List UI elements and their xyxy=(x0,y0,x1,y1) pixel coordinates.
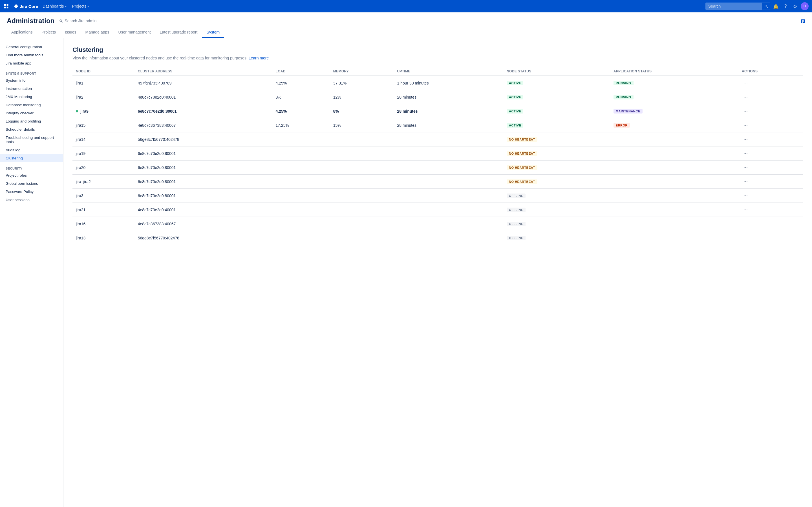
actions-menu-button[interactable]: ··· xyxy=(742,94,749,101)
sidebar-item-troubleshooting-and-support-tools[interactable]: Troubleshooting and support tools xyxy=(0,133,63,146)
actions-menu-button[interactable]: ··· xyxy=(742,164,749,171)
admin-search-placeholder: Search Jira admin xyxy=(64,18,96,23)
learn-more-link[interactable]: Learn more xyxy=(249,56,269,60)
cell-actions: ··· xyxy=(739,189,803,203)
col-application-status: Application status xyxy=(610,67,739,76)
sidebar-item-clustering[interactable]: Clustering xyxy=(0,154,63,162)
actions-menu-button[interactable]: ··· xyxy=(742,220,749,227)
cell-memory: 8% xyxy=(330,104,394,118)
sidebar-item-integrity-checker[interactable]: Integrity checker xyxy=(0,109,63,117)
tab-applications[interactable]: Applications xyxy=(7,27,37,38)
cell-cluster-address: 56ge8c7f56770:402478 xyxy=(135,231,272,245)
cell-app-status xyxy=(610,147,739,161)
cell-actions: ··· xyxy=(739,161,803,175)
actions-menu-button[interactable]: ··· xyxy=(742,150,749,157)
sidebar-item-scheduler-details[interactable]: Scheduler details xyxy=(0,125,63,133)
top-nav-links: Dashboards ▾ Projects ▾ xyxy=(40,3,91,10)
tab-issues[interactable]: Issues xyxy=(60,27,81,38)
cell-actions: ··· xyxy=(739,147,803,161)
sidebar-item-jmx-monitoring[interactable]: JMX Monitoring xyxy=(0,93,63,101)
dashboards-link[interactable]: Dashboards ▾ xyxy=(40,3,69,10)
table-row: jira196e8c7c70e2d0:80001NO HEARTBEAT··· xyxy=(72,147,803,161)
tab-projects[interactable]: Projects xyxy=(37,27,61,38)
settings-icon[interactable]: ⚙ xyxy=(791,2,799,10)
cell-memory xyxy=(330,203,394,217)
app-status-badge: ERROR xyxy=(613,123,630,128)
cell-uptime: 28 minutes xyxy=(394,118,503,132)
sidebar-item-find-more-admin-tools[interactable]: Find more admin tools xyxy=(0,51,63,59)
actions-menu-button[interactable]: ··· xyxy=(742,178,749,185)
cell-load xyxy=(272,132,330,147)
global-search-button[interactable] xyxy=(762,3,770,10)
help-icon[interactable]: ? xyxy=(781,2,790,10)
notifications-icon[interactable]: 🔔 xyxy=(772,2,780,10)
tab-latest-upgrade-report[interactable]: Latest upgrade report xyxy=(155,27,202,38)
cell-node-status: ACTIVE xyxy=(503,76,610,90)
cell-app-status xyxy=(610,161,739,175)
sidebar-item-general-configuration[interactable]: General configuration xyxy=(0,43,63,51)
actions-menu-button[interactable]: ··· xyxy=(742,108,749,115)
global-search-input[interactable] xyxy=(705,3,762,10)
sidebar-item-database-monitoring[interactable]: Database monitoring xyxy=(0,101,63,109)
cell-uptime xyxy=(394,175,503,189)
actions-menu-button[interactable]: ··· xyxy=(742,122,749,129)
cell-uptime: 28 minutes xyxy=(394,104,503,118)
col-node-id: Node ID xyxy=(72,67,135,76)
cell-uptime xyxy=(394,189,503,203)
sidebar-item-system-info[interactable]: System info xyxy=(0,76,63,84)
actions-menu-button[interactable]: ··· xyxy=(742,234,749,241)
admin-search[interactable]: Search Jira admin xyxy=(59,18,96,23)
sidebar-item-logging-and-profiling[interactable]: Logging and profiling xyxy=(0,117,63,125)
table-row: jira_jira26e8c7c70e2d0:80001NO HEARTBEAT… xyxy=(72,175,803,189)
sidebar-item-password-policy[interactable]: Password Policy xyxy=(0,187,63,196)
sidebar-item-project-roles[interactable]: Project roles xyxy=(0,171,63,179)
cell-node-status: OFFLINE xyxy=(503,217,610,231)
sidebar: General configuration Find more admin to… xyxy=(0,38,63,507)
cell-load: 17.25% xyxy=(272,118,330,132)
sidebar-item-user-sessions[interactable]: User sessions xyxy=(0,196,63,204)
cell-cluster-address: 4e8c7c70e2d0:40001 xyxy=(135,203,272,217)
table-row: jira1456ge8c7f56770:402478NO HEARTBEAT··… xyxy=(72,132,803,147)
cell-load xyxy=(272,161,330,175)
node-status-badge: ACTIVE xyxy=(507,123,523,128)
cell-actions: ··· xyxy=(739,231,803,245)
sidebar-item-global-permissions[interactable]: Global permissions xyxy=(0,179,63,187)
sidebar-item-audit-log[interactable]: Audit log xyxy=(0,146,63,154)
cell-node-id: jira_jira2 xyxy=(72,175,135,189)
app-status-badge: MAINTENANCE xyxy=(613,109,643,114)
cell-cluster-address: 4e8c7c367383:40067 xyxy=(135,118,272,132)
cell-app-status xyxy=(610,231,739,245)
jira-core-logo[interactable]: Jira Core xyxy=(13,4,38,9)
cell-node-id: jira20 xyxy=(72,161,135,175)
svg-line-5 xyxy=(62,22,63,22)
cell-node-status: NO HEARTBEAT xyxy=(503,175,610,189)
cell-load xyxy=(272,175,330,189)
col-actions: Actions xyxy=(739,67,803,76)
app-logo[interactable] xyxy=(3,3,9,9)
tab-manage-apps[interactable]: Manage apps xyxy=(81,27,114,38)
clustering-title: Clustering xyxy=(72,46,803,54)
actions-menu-button[interactable]: ··· xyxy=(742,136,749,143)
sidebar-item-jira-mobile-app[interactable]: Jira mobile app xyxy=(0,59,63,67)
cell-node-status: NO HEARTBEAT xyxy=(503,132,610,147)
cell-uptime xyxy=(394,231,503,245)
actions-menu-button[interactable]: ··· xyxy=(742,192,749,199)
actions-menu-button[interactable]: ··· xyxy=(742,79,749,87)
actions-menu-button[interactable]: ··· xyxy=(742,206,749,213)
projects-link[interactable]: Projects ▾ xyxy=(70,3,91,10)
cell-app-status xyxy=(610,132,739,147)
tab-user-management[interactable]: User management xyxy=(114,27,155,38)
cell-load: 4.25% xyxy=(272,104,330,118)
app-status-badge: RUNNING xyxy=(613,95,633,100)
node-status-badge: OFFLINE xyxy=(507,208,525,212)
cell-app-status xyxy=(610,217,739,231)
user-avatar[interactable]: U xyxy=(801,2,809,10)
tab-system[interactable]: System xyxy=(202,27,224,38)
sidebar-section-security: Security xyxy=(0,162,63,171)
table-row: jira1356ge8c7f56770:402478OFFLINE··· xyxy=(72,231,803,245)
table-row: jira1457fghj733:4007894.25%37.31%1 hour … xyxy=(72,76,803,90)
cell-app-status: RUNNING xyxy=(610,90,739,104)
sidebar-item-instrumentation[interactable]: Instrumentation xyxy=(0,84,63,93)
cell-cluster-address: 6e8c7c70e2d0:80001 xyxy=(135,189,272,203)
svg-rect-1 xyxy=(7,4,8,6)
